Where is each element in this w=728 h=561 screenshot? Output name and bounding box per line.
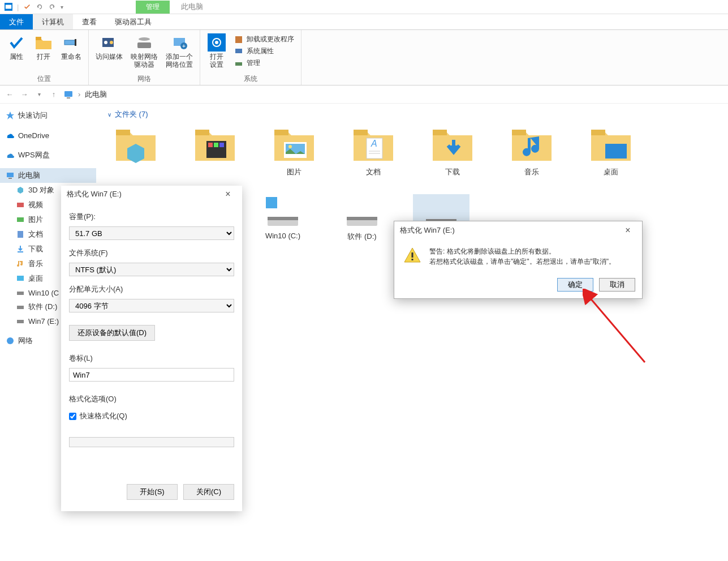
tab-view[interactable]: 查看 [73, 14, 106, 29]
warning-icon [403, 246, 421, 264]
svg-rect-45 [268, 217, 298, 220]
capacity-select[interactable]: 51.7 GB [69, 226, 234, 240]
uninstall-programs-button[interactable]: 卸载或更改程序 [234, 35, 294, 44]
ribbon-group-location: 属性 打开 重命名 位置 [0, 30, 89, 85]
svg-text:A: A [371, 139, 377, 148]
svg-rect-22 [8, 178, 12, 179]
folder-3d-icon [113, 124, 158, 164]
system-properties-button[interactable]: 系统属性 [234, 46, 294, 56]
undo-icon[interactable] [36, 3, 44, 11]
svg-rect-17 [235, 49, 242, 53]
svg-rect-50 [412, 252, 413, 258]
sidebar-onedrive[interactable]: OneDrive [0, 129, 96, 142]
sidebar-wps[interactable]: WPS网盘 [0, 148, 96, 162]
svg-rect-21 [7, 173, 14, 177]
warning-dialog-titlebar[interactable]: 格式化 Win7 (E:) × [394, 221, 642, 239]
cube-icon [16, 186, 25, 195]
tab-file[interactable]: 文件 [0, 14, 33, 29]
gear-icon [208, 33, 226, 52]
folder-videos[interactable] [187, 124, 243, 177]
folder-downloads[interactable]: 下载 [424, 124, 481, 177]
forward-button[interactable]: → [19, 90, 29, 99]
folder-documents[interactable]: A 文档 [345, 124, 402, 177]
breadcrumb-separator: › [78, 90, 80, 99]
add-network-location-button[interactable]: + 添加一个 网络位置 [163, 32, 195, 70]
folder-downloads-icon [430, 124, 475, 164]
format-dialog: 格式化 Win7 (E:) × 容量(P): 51.7 GB 文件系统(F) N… [61, 186, 242, 511]
this-pc-icon [63, 89, 74, 100]
open-settings-button[interactable]: 打开 设置 [205, 32, 229, 70]
close-button[interactable]: × [219, 189, 236, 199]
svg-rect-20 [67, 97, 70, 99]
format-progress-bar [69, 437, 234, 447]
drive-softd[interactable]: 软件 (D:) [334, 194, 390, 245]
close-button[interactable]: 关闭(C) [183, 484, 234, 500]
access-media-button[interactable]: 访问媒体 [93, 32, 125, 70]
qat-dropdown-icon[interactable]: ▾ [61, 4, 63, 10]
svg-rect-51 [412, 259, 413, 260]
drive-icon [16, 302, 25, 311]
svg-rect-33 [214, 143, 218, 147]
folder-desktop[interactable]: 桌面 [583, 124, 639, 177]
svg-point-7 [110, 41, 113, 44]
svg-text:+: + [182, 43, 186, 49]
svg-rect-1 [6, 5, 12, 9]
rename-button[interactable]: 重命名 [59, 32, 84, 62]
close-button[interactable]: × [619, 225, 636, 235]
filesystem-label: 文件系统(F) [69, 248, 234, 258]
desktop-icon [16, 274, 25, 283]
sidebar-quick-access[interactable]: 快速访问 [0, 108, 96, 123]
svg-point-30 [7, 337, 14, 344]
redo-icon[interactable] [48, 3, 56, 11]
map-drive-button[interactable]: 映射网络 驱动器 [128, 32, 160, 70]
svg-rect-18 [235, 62, 242, 66]
format-dialog-titlebar[interactable]: 格式化 Win7 (E:) × [61, 186, 242, 203]
format-dialog-title: 格式化 Win7 (E:) [67, 189, 122, 199]
drive-icon [135, 33, 153, 52]
drive-win10c[interactable]: Win10 (C:) [255, 194, 311, 245]
warning-dialog-title: 格式化 Win7 (E:) [400, 225, 455, 235]
start-button[interactable]: 开始(S) [127, 484, 178, 500]
svg-rect-19 [64, 91, 72, 97]
cancel-button[interactable]: 取消 [599, 278, 635, 292]
drive-icon [16, 316, 25, 326]
sidebar-this-pc[interactable]: 此电脑 [0, 168, 96, 183]
svg-rect-29 [17, 320, 24, 323]
divider: | [17, 3, 19, 11]
address-bar: ← → ▾ ↑ › 此电脑 [0, 85, 728, 104]
wps-cloud-icon [6, 151, 15, 160]
svg-point-6 [104, 41, 107, 44]
breadcrumb[interactable]: 此电脑 [85, 89, 107, 100]
folder-pictures[interactable]: 图片 [266, 124, 322, 177]
volume-label-label: 卷标(L) [69, 353, 234, 363]
back-button[interactable]: ← [5, 90, 15, 99]
manage-button[interactable]: 管理 [234, 58, 294, 68]
quick-format-checkbox[interactable] [69, 413, 76, 420]
volume-label-input[interactable] [69, 368, 234, 382]
drive-icon [16, 288, 25, 297]
pictures-icon [16, 215, 25, 224]
folder-3d-objects[interactable] [107, 124, 164, 177]
star-icon [6, 111, 15, 120]
ribbon-tabs: 文件 计算机 查看 驱动器工具 [0, 14, 728, 30]
history-dropdown[interactable]: ▾ [34, 91, 44, 97]
ribbon: 属性 打开 重命名 位置 访问媒体 映射网络 驱动器 + [0, 30, 728, 85]
up-button[interactable]: ↑ [49, 90, 59, 99]
ok-button[interactable]: 确定 [557, 278, 593, 292]
context-tab-manage[interactable]: 管理 [136, 1, 170, 14]
folder-documents-icon: A [351, 124, 396, 164]
properties-button[interactable]: 属性 [5, 32, 28, 62]
folder-music[interactable]: 音乐 [503, 124, 560, 177]
restore-defaults-button[interactable]: 还原设备的默认值(D) [69, 325, 155, 341]
filesystem-select[interactable]: NTFS (默认) [69, 263, 234, 276]
checkmark-icon[interactable] [23, 3, 31, 11]
tab-computer[interactable]: 计算机 [33, 14, 73, 29]
svg-rect-34 [219, 143, 224, 147]
alloc-select[interactable]: 4096 字节 [69, 299, 234, 312]
capacity-label: 容量(P): [69, 212, 234, 222]
folders-section-header[interactable]: ∨ 文件夹 (7) [107, 109, 717, 119]
svg-rect-8 [137, 42, 151, 48]
tab-drive-tools[interactable]: 驱动器工具 [106, 14, 161, 29]
programs-icon [234, 35, 243, 44]
open-button[interactable]: 打开 [32, 32, 55, 62]
